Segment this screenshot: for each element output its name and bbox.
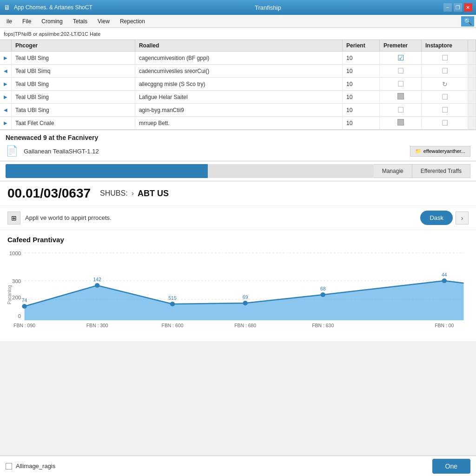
title-bar-left: 🖥 App Chomes. & Artanes ShoCT: [4, 4, 93, 11]
row-icon: ▶: [0, 52, 12, 65]
app-title: App Chomes. & Artanes ShoCT: [14, 4, 93, 11]
progress-bar-outer: [6, 164, 374, 178]
app-icon: 🖥: [4, 4, 10, 11]
window-controls: − ❐ ✕: [443, 3, 472, 12]
info-filename: Gallanean TeallaSHGT-1.12: [24, 148, 99, 155]
row-phcoger: Teal UBl Simq: [12, 65, 135, 78]
col-phcoger[interactable]: Phcoger: [12, 40, 135, 52]
row-perient: 10: [343, 91, 380, 104]
row-premeter[interactable]: ☐: [380, 65, 422, 78]
row-premeter[interactable]: [380, 91, 422, 104]
scroll-cell: [468, 91, 476, 104]
table-row[interactable]: ▶Teal UBl SingLafigue Helar Saitel10☐: [0, 91, 476, 104]
row-icon: ▶: [0, 117, 12, 130]
apply-right: Dask ›: [420, 211, 469, 225]
menu-view[interactable]: View: [93, 16, 114, 26]
svg-text:0: 0: [18, 313, 21, 319]
progress-bar-inner: [6, 164, 208, 178]
row-icon: ▶: [0, 91, 12, 104]
menu-bar: ile File Croming Tetals View Repection 🔍: [0, 15, 476, 28]
allimage-checkbox[interactable]: [6, 463, 12, 469]
bottom-left: Allimage_ragis: [6, 463, 55, 469]
efferented-traffs-tab[interactable]: Efferented Traffs: [412, 164, 470, 178]
row-premeter[interactable]: ☐: [380, 104, 422, 117]
menu-ile[interactable]: ile: [2, 16, 17, 26]
info-section: Nenewaced 9 at the Facnivery 📄 Gallanean…: [0, 130, 476, 161]
col-icon: [0, 40, 12, 52]
row-phcoger: Teal UBl Sing: [12, 78, 135, 91]
chevron-right-icon2: ›: [461, 214, 463, 222]
svg-text:68: 68: [320, 286, 326, 291]
col-instaptore[interactable]: Instaptore: [422, 40, 468, 52]
browse-button[interactable]: 📁 effewateryanther...: [410, 146, 470, 157]
apply-icon: ⊞: [7, 212, 20, 225]
row-premeter[interactable]: [380, 117, 422, 130]
row-instaptore[interactable]: ☐: [422, 91, 468, 104]
bottom-bar: Allimage_ragis One: [0, 456, 476, 476]
row-instaptore[interactable]: ☐: [422, 104, 468, 117]
table-row[interactable]: ▶Taat Filet Cnalemrruep Bett.10☐: [0, 117, 476, 130]
row-premeter[interactable]: ☐: [380, 78, 422, 91]
row-instaptore[interactable]: ↻: [422, 78, 468, 91]
row-instaptore[interactable]: ☐: [422, 52, 468, 65]
checkbox-gray-icon: [397, 119, 404, 126]
checkbox-unchecked-icon2: ☐: [442, 93, 448, 101]
menu-croming[interactable]: Croming: [37, 16, 67, 26]
table-row[interactable]: ◀Tata UBl Singagin-byg.manCtii910☐☐: [0, 104, 476, 117]
close-button[interactable]: ✕: [464, 3, 472, 12]
chart-container: 1000 300 200 0 Pacanlog 74 142 515: [7, 248, 469, 341]
menu-repection[interactable]: Repection: [115, 16, 150, 26]
table-row[interactable]: ▶Teal UBl Singcagencumivesition (BF gppi…: [0, 52, 476, 65]
svg-marker-8: [25, 281, 464, 320]
menu-tetals[interactable]: Tetals: [68, 16, 92, 26]
table-row[interactable]: ▶Teal UBl Singallecggng misle (S Sco try…: [0, 78, 476, 91]
dask-button[interactable]: Dask: [420, 211, 453, 225]
window-title: Tranfiship: [255, 4, 281, 11]
row-icon: ◀: [0, 104, 12, 117]
checkbox-unchecked-icon2: ☐: [442, 106, 448, 114]
apply-left: ⊞ Appli ve world to appirt prrocets.: [7, 212, 112, 225]
table-section: Phcoger Roalled Perient Premeter Instapt…: [0, 40, 476, 130]
scroll-cell: [468, 117, 476, 130]
rotate-icon: ↻: [442, 80, 448, 88]
info-title: Nenewaced 9 at the Facnivery: [6, 134, 470, 141]
row-instaptore[interactable]: ☐: [422, 117, 468, 130]
restore-button[interactable]: ❐: [454, 3, 462, 12]
info-row: 📄 Gallanean TeallaSHGT-1.12 📁 effewatery…: [6, 145, 470, 157]
checkbox-checked-icon: ☑: [397, 54, 404, 62]
row-phcoger: Teal UBl Sing: [12, 91, 135, 104]
row-roalled: cadencumiveslies sreorCui(): [135, 65, 342, 78]
col-perient[interactable]: Perient: [343, 40, 380, 52]
row-phcoger: Teal UBl Sing: [12, 52, 135, 65]
row-roalled: mrruep Bett.: [135, 117, 342, 130]
shubs-label: SHUBS:: [100, 189, 128, 198]
main-info-row: 00.01/03/0637 SHUBS: › ABT US: [0, 181, 476, 206]
svg-point-13: [321, 292, 325, 297]
svg-text:300: 300: [12, 278, 21, 284]
svg-text:515: 515: [168, 296, 177, 301]
minimize-button[interactable]: −: [443, 3, 452, 12]
menu-file[interactable]: File: [18, 16, 36, 26]
svg-text:200: 200: [12, 295, 21, 300]
chevron-right-icon: ›: [132, 189, 134, 198]
managie-tab[interactable]: Managie: [374, 164, 412, 178]
row-perient: 10: [343, 117, 380, 130]
svg-text:FBN : 630: FBN : 630: [312, 323, 334, 328]
table-row[interactable]: ◀Teal UBl Simqcadencumiveslies sreorCui(…: [0, 65, 476, 78]
svg-point-9: [22, 304, 26, 309]
row-perient: 10: [343, 104, 380, 117]
checkbox-unchecked-icon: ☐: [397, 67, 404, 75]
arrow-right-button[interactable]: ›: [456, 212, 469, 225]
one-button[interactable]: One: [432, 459, 470, 474]
col-premeter[interactable]: Premeter: [380, 40, 422, 52]
row-instaptore[interactable]: ☐: [422, 65, 468, 78]
svg-text:FBN : 600: FBN : 600: [162, 323, 184, 328]
allimage-label: Allimage_ragis: [16, 463, 55, 469]
row-icon: ◀: [0, 65, 12, 78]
row-roalled: agin-byg.manCtii9: [135, 104, 342, 117]
scroll-cell: [468, 78, 476, 91]
search-button[interactable]: 🔍: [461, 16, 474, 26]
col-roalled[interactable]: Roalled: [135, 40, 342, 52]
checkbox-unchecked-icon: ☐: [397, 80, 404, 88]
row-premeter[interactable]: ☑: [380, 52, 422, 65]
